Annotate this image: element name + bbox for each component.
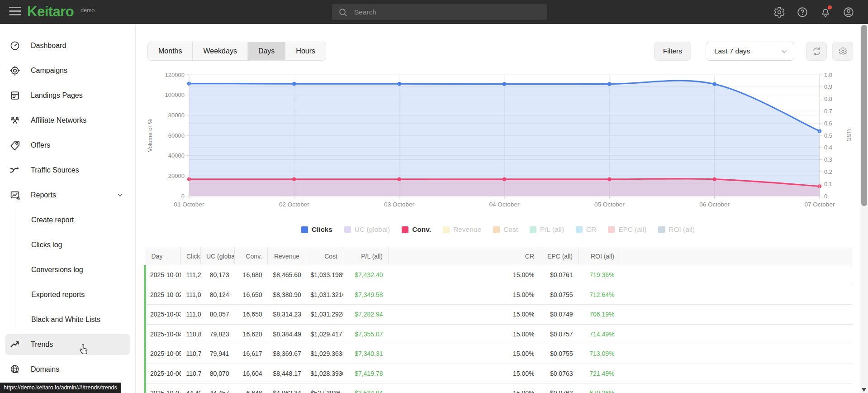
table-cell: 15.00% — [389, 324, 540, 344]
sidebar-item-conversions-log[interactable]: Conversions log — [17, 257, 135, 282]
column-header-uc-global[interactable]: UC (global) — [201, 247, 235, 265]
app-logo[interactable]: Keitaro — [27, 4, 74, 20]
search-input[interactable] — [353, 8, 527, 17]
search-box[interactable] — [332, 4, 547, 20]
table-cell: 713.09% — [579, 344, 620, 364]
sidebar-item-exported-reports[interactable]: Exported reports — [17, 282, 135, 307]
table-cell: $0.0749 — [540, 305, 579, 325]
legend-swatch — [493, 226, 500, 233]
sidebar: Dashboard Campaigns Landings Pages Affil… — [0, 24, 136, 393]
domains-icon — [9, 364, 20, 375]
table-row: 2025-10-01111,2180,17316,680$8,465.60$1,… — [145, 265, 852, 285]
legend-item-roi-all[interactable]: ROI (all) — [658, 225, 695, 234]
column-header-cost[interactable]: Cost — [305, 247, 343, 265]
table-cell: $7,419.78 — [343, 364, 389, 383]
table-cell: 15.00% — [389, 305, 540, 325]
sidebar-item-trends[interactable]: Trends — [5, 334, 130, 355]
sidebar-item-clicks-log[interactable]: Clicks log — [17, 232, 135, 257]
table-row: 2025-10-04110,8079,82316,620$8,384.49$1,… — [145, 324, 852, 344]
svg-text:01 October: 01 October — [174, 201, 204, 208]
settings-gear-icon[interactable] — [773, 6, 785, 18]
svg-text:03 October: 03 October — [384, 201, 414, 208]
legend-item-epc-all[interactable]: EPC (all) — [608, 225, 646, 234]
column-header-roi-all[interactable]: ROI (all) — [579, 247, 620, 265]
legend-item-clicks[interactable]: Clicks — [301, 225, 332, 234]
scrollbar-down-arrow[interactable] — [862, 388, 866, 392]
table-row: 2025-10-05110,7979,94116,617$8,369.67$1,… — [145, 344, 852, 364]
table-cell: $8,369.67 — [268, 344, 305, 364]
table-cell: $1,031.3216 — [305, 285, 343, 305]
traffic-sources-icon — [9, 165, 20, 176]
table-cell: 15.00% — [389, 344, 540, 364]
help-icon[interactable] — [797, 6, 808, 18]
legend-label: Revenue — [453, 225, 481, 234]
table-cell: 80,173 — [201, 265, 235, 285]
scrollbar-thumb[interactable] — [861, 25, 867, 206]
sidebar-item-traffic-sources[interactable]: Traffic Sources — [0, 158, 135, 182]
table-cell: $8,448.17 — [268, 364, 305, 383]
svg-text:06 October: 06 October — [699, 201, 730, 208]
tab-weekdays[interactable]: Weekdays — [192, 42, 247, 60]
svg-text:0.9: 0.9 — [824, 83, 832, 90]
svg-text:USD: USD — [845, 129, 852, 141]
table-cell: $1,031.2928 — [305, 305, 343, 325]
sidebar-item-offers[interactable]: $ Offers — [0, 133, 135, 158]
svg-text:0.5: 0.5 — [824, 132, 832, 139]
legend-item-uc-global[interactable]: UC (global) — [344, 225, 390, 234]
notifications-bell-icon[interactable] — [820, 6, 831, 18]
column-header-pl-all[interactable]: P/L (all) — [343, 247, 389, 265]
sidebar-item-campaigns[interactable]: Campaigns — [0, 58, 135, 83]
search-icon — [338, 7, 348, 17]
legend-item-conv[interactable]: Conv. — [402, 225, 431, 234]
hamburger-menu-icon[interactable] — [9, 7, 21, 17]
svg-text:60000: 60000 — [168, 132, 185, 139]
vertical-scrollbar[interactable] — [860, 24, 868, 393]
table-cell-filler — [620, 364, 852, 383]
trends-chart-area: 02000040000600008000010000012000000.10.2… — [136, 66, 859, 216]
table-cell: 2025-10-07 — [145, 383, 181, 393]
legend-label: Conv. — [412, 225, 431, 234]
column-header-clicks[interactable]: Clicks — [181, 247, 201, 265]
sidebar-item-reports[interactable]: Reports — [0, 182, 135, 207]
filters-button[interactable]: Filters — [654, 42, 691, 61]
column-header-day[interactable]: Day — [145, 247, 181, 265]
sidebar-item-domains[interactable]: Domains — [0, 357, 135, 382]
svg-text:Volume or %: Volume or % — [147, 119, 153, 152]
legend-item-revenue[interactable]: Revenue — [443, 225, 481, 234]
column-header-revenue[interactable]: Revenue — [268, 247, 305, 265]
column-header-conv[interactable]: Conv. — [235, 247, 268, 265]
legend-label: EPC (all) — [618, 225, 646, 234]
table-cell: $7,355.07 — [343, 324, 389, 344]
legend-item-cost[interactable]: Cost — [493, 225, 518, 234]
svg-text:0.4: 0.4 — [824, 144, 832, 151]
tab-days[interactable]: Days — [247, 42, 285, 60]
legend-item-p-l-all[interactable]: P/L (all) — [530, 225, 564, 234]
chart-settings-button[interactable] — [832, 42, 853, 61]
table-cell: 16,650 — [235, 305, 268, 325]
table-cell: 719.36% — [579, 265, 620, 285]
sidebar-item-label: Reports — [31, 191, 56, 199]
table-cell: 110,80 — [181, 324, 201, 344]
reports-submenu: Create report Clicks log Conversions log… — [17, 207, 135, 332]
legend-swatch — [576, 226, 583, 233]
user-account-icon[interactable] — [843, 6, 854, 18]
table-cell: $0.0761 — [540, 265, 579, 285]
table-cell: $8,384.49 — [268, 324, 305, 344]
tab-months[interactable]: Months — [148, 42, 192, 60]
sidebar-item-dashboard[interactable]: Dashboard — [0, 33, 135, 58]
svg-text:100000: 100000 — [165, 91, 185, 98]
table-cell: $7,340.31 — [343, 344, 389, 364]
table-cell: 110,70 — [181, 364, 201, 383]
column-header-epc-all[interactable]: EPC (all) — [540, 247, 579, 265]
sidebar-item-black-and-white-lists[interactable]: Black and White Lists — [17, 307, 135, 332]
table-cell: $3,534.94 — [343, 383, 389, 393]
sidebar-item-create-report[interactable]: Create report — [17, 207, 135, 232]
sidebar-item-affiliate-networks[interactable]: Affiliate Networks — [0, 108, 135, 133]
column-header-cr[interactable]: CR — [389, 247, 540, 265]
tab-hours[interactable]: Hours — [285, 42, 326, 60]
date-range-select[interactable]: Last 7 days — [706, 42, 794, 61]
svg-text:02 October: 02 October — [279, 201, 309, 208]
sidebar-item-landings-pages[interactable]: Landings Pages — [0, 83, 135, 108]
legend-item-cr[interactable]: CR — [576, 225, 596, 234]
refresh-button[interactable] — [806, 42, 827, 61]
